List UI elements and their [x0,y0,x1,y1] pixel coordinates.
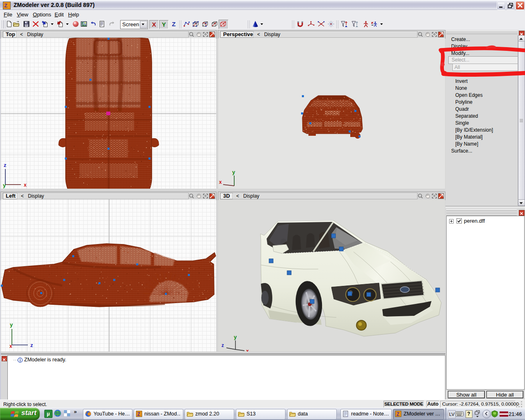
svg-text:Z: Z [397,411,399,417]
svg-text:x: x [246,348,249,352]
svg-text:z: z [221,342,224,348]
svg-text:x: x [9,343,12,349]
svg-text:x: x [219,179,222,185]
svg-text:z: z [4,162,7,168]
svg-text:Z: Z [137,411,140,417]
svg-text:y: y [10,322,13,328]
svg-text:y: y [3,182,6,188]
svg-text:z: z [30,342,33,348]
svg-text:y: y [232,169,235,175]
svg-text:x: x [24,182,27,188]
svg-text:y: y [234,334,237,340]
